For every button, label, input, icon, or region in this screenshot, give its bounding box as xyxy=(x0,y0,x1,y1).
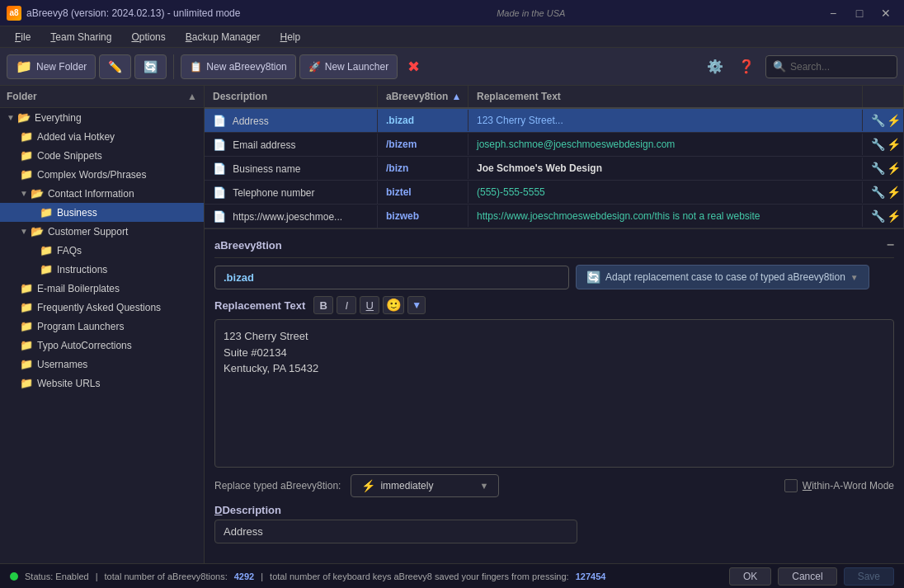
sidebar-item-label: Website URLs xyxy=(37,378,100,389)
sidebar-item-complex-words[interactable]: 📁 Complex Words/Phrases xyxy=(0,165,204,184)
table-row[interactable]: 📄 Address .bizad 123 Cherry Street... 🔧 … xyxy=(205,109,904,133)
sidebar-item-usernames[interactable]: 📁 Usernames xyxy=(0,355,204,374)
row-action-icon-2[interactable]: ⚡ xyxy=(887,114,901,127)
help-button[interactable]: ❓ xyxy=(734,54,759,79)
sidebar-item-everything[interactable]: ▼ 📂 Everything xyxy=(0,108,204,127)
title-bar-left: a8 aBreevy8 (version: 2024.02.13) - unli… xyxy=(7,6,240,21)
sidebar-item-typo-autocorrections[interactable]: 📁 Typo AutoCorrections xyxy=(0,336,204,355)
row-description: Address xyxy=(233,115,269,127)
row-action-icon-2[interactable]: ⚡ xyxy=(887,186,901,199)
format-dropdown-button[interactable]: ▼ xyxy=(407,296,426,314)
underline-button[interactable]: U xyxy=(360,296,379,314)
replacement-textarea[interactable]: 123 Cherry Street Suite #02134 Kentucky,… xyxy=(214,319,894,468)
replace-option-label: immediately xyxy=(380,480,433,492)
total-abbrevs-label: total number of aBreevy8tions: xyxy=(105,572,228,581)
menu-backup-manager[interactable]: Backup Manager xyxy=(177,29,269,45)
row-action-icon-2[interactable]: ⚡ xyxy=(887,138,901,151)
folder-icon: 📁 xyxy=(20,339,33,351)
sort-asc-icon: ▲ xyxy=(451,91,461,102)
abbreviation-input[interactable] xyxy=(214,266,569,289)
sidebar-item-contact-info[interactable]: ▼ 📂 Contact Information xyxy=(0,184,204,203)
settings-button[interactable]: ⚙️ xyxy=(703,54,727,79)
minimize-button[interactable]: − xyxy=(822,5,845,21)
td-abbreviation: /bizn xyxy=(378,158,468,179)
new-abbrev-button[interactable]: 📋 New aBreevy8tion xyxy=(181,54,295,79)
title-bar: a8 aBreevy8 (version: 2024.02.13) - unli… xyxy=(0,0,904,26)
sidebar-item-label: FAQs xyxy=(57,245,82,256)
new-folder-button[interactable]: 📁 New Folder xyxy=(7,54,96,79)
edit-button-1[interactable]: ✏️ xyxy=(99,54,131,79)
replacement-section: Replacement Text B I U 🙂 ▼ 123 Cherry St… xyxy=(214,296,894,468)
row-action-icon-1[interactable]: 🔧 xyxy=(871,114,885,127)
sidebar-item-business[interactable]: 📁 Business xyxy=(0,203,204,222)
table-row[interactable]: 📄 Telephone number biztel (555)-555-5555… xyxy=(205,181,904,205)
description-section: DDescription xyxy=(214,504,894,543)
adapt-button[interactable]: 🔄 Adapt replacement case to case of type… xyxy=(576,265,869,289)
th-replacement[interactable]: Replacement Text xyxy=(468,86,863,107)
folder-icon: 📁 xyxy=(16,59,32,74)
row-action-icon-1[interactable]: 🔧 xyxy=(871,162,885,175)
sidebar-item-program-launchers[interactable]: 📁 Program Launchers xyxy=(0,317,204,336)
sidebar-item-email-boilerplates[interactable]: 📁 E-mail Boilerplates xyxy=(0,279,204,298)
within-word-label: Within-A-Word Mode xyxy=(803,480,894,492)
folder-icon: 📁 xyxy=(40,206,53,219)
row-action-icon-1[interactable]: 🔧 xyxy=(871,209,885,223)
sidebar-item-code-snippets[interactable]: 📁 Code Snippets xyxy=(0,146,204,165)
row-description: Business name xyxy=(233,163,300,175)
table-row[interactable]: 📄 Business name /bizn Joe Schmoe's Web D… xyxy=(205,157,904,181)
td-description: 📄 Telephone number xyxy=(205,181,378,204)
sidebar-item-website-urls[interactable]: 📁 Website URLs xyxy=(0,374,204,393)
sidebar-item-faqs[interactable]: 📁 FAQs xyxy=(0,241,204,260)
sidebar-item-label: Usernames xyxy=(37,359,87,370)
delete-button[interactable]: ✖ xyxy=(401,54,426,79)
menu-file[interactable]: File xyxy=(7,29,39,45)
sidebar-item-added-hotkey[interactable]: 📁 Added via Hotkey xyxy=(0,127,204,146)
window-controls: − □ ✕ xyxy=(822,5,897,21)
maximize-button[interactable]: □ xyxy=(848,5,871,21)
sidebar-item-faq-main[interactable]: 📁 Frequently Asked Questions xyxy=(0,298,204,317)
menu-team-sharing[interactable]: Team Sharing xyxy=(42,29,120,45)
th-description[interactable]: Description xyxy=(205,86,378,107)
td-replacement: 123 Cherry Street... xyxy=(468,110,863,131)
format-buttons: B I U 🙂 ▼ xyxy=(313,296,426,314)
collapse-icon[interactable]: − xyxy=(887,238,894,252)
menu-help[interactable]: Help xyxy=(272,29,309,45)
close-button[interactable]: ✕ xyxy=(874,5,897,21)
td-actions: 🔧 ⚡ xyxy=(863,205,904,228)
description-input[interactable] xyxy=(214,520,577,543)
total-abbrevs-count: 4292 xyxy=(234,572,254,581)
bold-button[interactable]: B xyxy=(313,296,333,314)
search-input[interactable] xyxy=(790,61,889,73)
within-word-checkbox[interactable] xyxy=(784,479,798,492)
chevron-down-icon: ▼ xyxy=(7,113,15,122)
th-actions xyxy=(863,86,904,107)
cancel-button[interactable]: Cancel xyxy=(778,567,836,586)
within-word-row: Within-A-Word Mode xyxy=(784,479,894,492)
table-row[interactable]: 📄 https://www.joeschmoe... bizweb https:… xyxy=(205,205,904,228)
emoji-button[interactable]: 🙂 xyxy=(383,296,404,314)
save-button[interactable]: Save xyxy=(844,567,894,586)
status-indicator xyxy=(10,572,18,581)
ok-button[interactable]: OK xyxy=(729,567,771,586)
row-action-icon-1[interactable]: 🔧 xyxy=(871,186,885,199)
td-actions: 🔧 ⚡ xyxy=(863,109,904,132)
table-row[interactable]: 📄 Email address /bizem joseph.schmoe@joe… xyxy=(205,133,904,157)
sidebar-item-label: Everything xyxy=(35,112,82,124)
sidebar-item-customer-support[interactable]: ▼ 📂 Customer Support xyxy=(0,222,204,241)
th-abbreviation[interactable]: aBreevy8tion ▲ xyxy=(378,86,468,107)
replace-dropdown[interactable]: ⚡ immediately ▼ xyxy=(351,474,499,497)
folder-icon: 📁 xyxy=(40,263,53,275)
th-abbreviation-label: aBreevy8tion xyxy=(386,91,448,102)
sidebar-item-label: Typo AutoCorrections xyxy=(37,340,132,351)
row-action-icon-1[interactable]: 🔧 xyxy=(871,138,885,151)
sidebar-item-instructions[interactable]: 📁 Instructions xyxy=(0,260,204,279)
td-abbreviation: .bizad xyxy=(378,110,468,131)
italic-button[interactable]: I xyxy=(337,296,356,314)
abbreviation-section-label: aBreevy8tion xyxy=(214,239,282,252)
new-launcher-button[interactable]: 🚀 New Launcher xyxy=(299,54,398,79)
row-action-icon-2[interactable]: ⚡ xyxy=(887,162,901,175)
edit-button-2[interactable]: 🔄 xyxy=(134,54,167,79)
menu-options[interactable]: Options xyxy=(123,29,173,45)
adapt-icon: 🔄 xyxy=(586,270,600,284)
row-action-icon-2[interactable]: ⚡ xyxy=(887,209,901,223)
